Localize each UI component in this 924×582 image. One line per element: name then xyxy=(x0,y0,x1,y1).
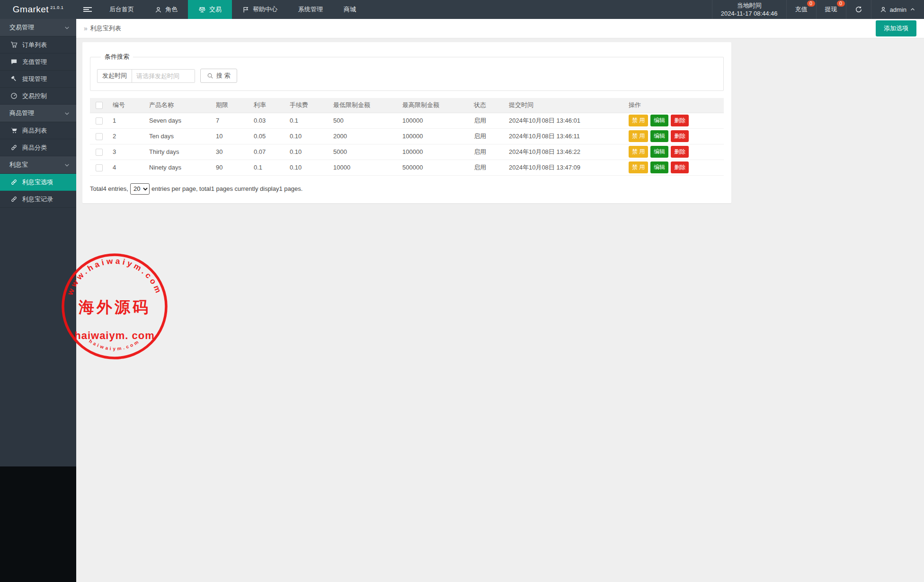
row-checkbox[interactable] xyxy=(96,164,103,171)
disable-button[interactable]: 禁 用 xyxy=(629,161,648,173)
cell-actions: 禁 用编辑删除 xyxy=(625,128,724,144)
cell-status: 启用 xyxy=(470,160,505,175)
sidebar-item-orders-label: 订单列表 xyxy=(22,41,47,49)
username-label: admin xyxy=(890,6,906,13)
sidebar-item-goods-list[interactable]: 商品列表 xyxy=(0,122,76,139)
nav-roles[interactable]: 角色 xyxy=(144,0,188,19)
app-logo: Gmarket21.0.1 xyxy=(0,0,76,19)
nav-mall[interactable]: 商城 xyxy=(333,0,366,19)
cell-period: 10 xyxy=(212,128,250,144)
sidebar-group-lixibao-label: 利息宝 xyxy=(9,161,28,169)
start-time-input[interactable] xyxy=(132,70,195,82)
cell-fee: 0.1 xyxy=(286,113,329,128)
sidebar-item-orders[interactable]: 订单列表 xyxy=(0,36,76,54)
cell-name: Ninety days xyxy=(145,160,212,175)
sidebar-item-goods-category-label: 商品分类 xyxy=(22,143,47,152)
withdraw-notice[interactable]: 提现 0 xyxy=(816,0,846,19)
search-legend: 条件搜索 xyxy=(101,53,133,61)
nav-help-label: 帮助中心 xyxy=(253,5,277,14)
cell-time: 2024年10月08日 13:46:22 xyxy=(505,144,625,160)
sidebar-item-trade-control-label: 交易控制 xyxy=(22,92,47,100)
table-row: 1 Seven days 7 0.03 0.1 500 100000 启用 20… xyxy=(90,113,724,128)
cell-time: 2024年10月08日 13:46:01 xyxy=(505,113,625,128)
col-status: 状态 xyxy=(470,98,505,113)
sidebar-item-lixibao-options-label: 利息宝选项 xyxy=(22,178,53,187)
recharge-badge: 0 xyxy=(807,0,815,7)
sidebar-item-recharge[interactable]: 充值管理 xyxy=(0,54,76,71)
add-option-button[interactable]: 添加选项 xyxy=(876,20,916,36)
search-icon xyxy=(207,72,213,79)
cell-id: 3 xyxy=(109,144,145,160)
disable-button[interactable]: 禁 用 xyxy=(629,146,648,158)
sidebar-group-lixibao[interactable]: 利息宝 xyxy=(0,156,76,174)
chevron-down-icon xyxy=(64,110,70,116)
edit-button[interactable]: 编辑 xyxy=(650,161,668,173)
flag-icon xyxy=(242,6,249,13)
sidebar-item-recharge-label: 充值管理 xyxy=(22,58,47,66)
sidebar-group-goods[interactable]: 商品管理 xyxy=(0,105,76,122)
cell-rate: 0.07 xyxy=(250,144,286,160)
col-actions: 操作 xyxy=(625,98,724,113)
sidebar-item-withdraw-label: 提现管理 xyxy=(22,75,47,83)
search-fieldset: 条件搜索 发起时间 搜 索 xyxy=(90,53,724,91)
main-area: » 利息宝列表 添加选项 条件搜索 发起时间 搜 索 xyxy=(76,19,924,582)
sidebar-item-trade-control[interactable]: 交易控制 xyxy=(0,88,76,105)
cell-max: 500000 xyxy=(399,160,470,175)
breadcrumb-bar: » 利息宝列表 添加选项 xyxy=(76,19,924,38)
cell-name: Thirty days xyxy=(145,144,212,160)
search-button[interactable]: 搜 索 xyxy=(200,69,237,83)
pagination: Total4 entries, 20 entries per page, tot… xyxy=(90,183,724,195)
recharge-notice[interactable]: 充值 0 xyxy=(786,0,816,19)
sidebar-item-lixibao-records[interactable]: 利息宝记录 xyxy=(0,191,76,208)
cell-id: 4 xyxy=(109,160,145,175)
disable-button[interactable]: 禁 用 xyxy=(629,130,648,142)
sidebar: 交易管理 订单列表 充值管理 提现管理 交易控制 商品管理 xyxy=(0,19,76,582)
table-row: 4 Ninety days 90 0.1 0.10 10000 500000 启… xyxy=(90,160,724,175)
chevron-down-icon xyxy=(64,25,70,31)
refresh-icon xyxy=(855,6,862,13)
cell-status: 启用 xyxy=(470,128,505,144)
scales-icon xyxy=(198,6,206,13)
delete-button[interactable]: 删除 xyxy=(671,161,689,173)
select-all-checkbox[interactable] xyxy=(96,102,103,109)
pagination-total-text: Total4 entries, xyxy=(90,185,128,192)
disable-button[interactable]: 禁 用 xyxy=(629,115,648,126)
withdraw-label: 提现 xyxy=(825,5,837,14)
topbar: Gmarket21.0.1 后台首页 角色 交易 帮助中心 xyxy=(0,0,924,19)
hamburger-menu-icon[interactable] xyxy=(76,0,99,19)
cell-max: 100000 xyxy=(399,128,470,144)
cell-id: 1 xyxy=(109,113,145,128)
user-menu[interactable]: admin xyxy=(871,0,924,19)
page-size-select[interactable]: 20 xyxy=(130,183,150,195)
edit-button[interactable]: 编辑 xyxy=(650,115,668,126)
edit-button[interactable]: 编辑 xyxy=(650,146,668,158)
row-checkbox[interactable] xyxy=(96,149,103,156)
delete-button[interactable]: 删除 xyxy=(671,130,689,142)
sidebar-group-trade[interactable]: 交易管理 xyxy=(0,19,76,36)
cell-min: 2000 xyxy=(329,128,399,144)
edit-button[interactable]: 编辑 xyxy=(650,130,668,142)
chevron-down-icon xyxy=(64,162,70,168)
cell-time: 2024年10月08日 13:47:09 xyxy=(505,160,625,175)
nav-trade[interactable]: 交易 xyxy=(188,0,232,19)
nav-dashboard[interactable]: 后台首页 xyxy=(99,0,144,19)
topbar-right: 当地时间 2024-11-17 08:44:46 充值 0 提现 0 admin xyxy=(712,0,924,19)
sidebar-item-goods-category[interactable]: 商品分类 xyxy=(0,139,76,156)
delete-button[interactable]: 删除 xyxy=(671,146,689,158)
link-icon xyxy=(10,179,18,186)
cell-status: 启用 xyxy=(470,144,505,160)
nav-help-center[interactable]: 帮助中心 xyxy=(232,0,288,19)
row-checkbox[interactable] xyxy=(96,117,103,125)
cell-period: 7 xyxy=(212,113,250,128)
cell-rate: 0.05 xyxy=(250,128,286,144)
nav-system[interactable]: 系统管理 xyxy=(288,0,333,19)
row-checkbox[interactable] xyxy=(96,133,103,140)
delete-button[interactable]: 删除 xyxy=(671,115,689,126)
refresh-button[interactable] xyxy=(846,0,871,19)
comment-icon xyxy=(10,58,18,65)
cell-rate: 0.1 xyxy=(250,160,286,175)
col-rate: 利率 xyxy=(250,98,286,113)
sidebar-item-withdraw[interactable]: 提现管理 xyxy=(0,71,76,88)
sidebar-item-lixibao-options[interactable]: 利息宝选项 xyxy=(0,174,76,191)
table-header-row: 编号 产品名称 期限 利率 手续费 最低限制金额 最高限制金额 状态 提交时间 … xyxy=(90,98,724,113)
